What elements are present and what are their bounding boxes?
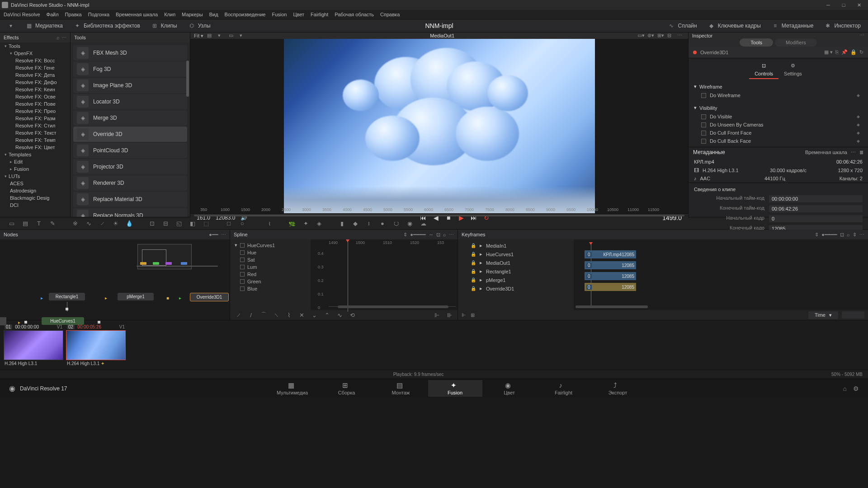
tool-row[interactable]: ◈Merge 3D <box>73 110 187 126</box>
tool-row[interactable]: ◈Replace Normals 3D <box>73 208 187 217</box>
ft-tracker-icon[interactable]: ※ <box>71 219 80 227</box>
keyframe-diamond[interactable]: ◆ <box>857 122 860 127</box>
settings-gear-icon[interactable]: ⚙ <box>853 385 859 392</box>
view-layout-icon[interactable]: ▾ <box>218 33 225 39</box>
sf-9[interactable]: ∿ <box>335 311 344 319</box>
kf-expand-icon[interactable]: ⇕ <box>815 232 819 238</box>
clip-info-value[interactable]: 00:00:00:00 <box>769 195 863 202</box>
tree-item[interactable]: ▾Tools <box>0 42 70 50</box>
keyframe-bar[interactable]: 012085 <box>585 261 636 269</box>
menu-file[interactable]: Файл <box>47 12 59 17</box>
ft-light-icon[interactable]: ☀ <box>111 219 120 227</box>
keyframe-bar[interactable]: 0КРЛ.mp412085 <box>585 250 636 258</box>
lock-icon[interactable]: 🔒 <box>850 49 857 55</box>
menu-icon[interactable]: ⋯ <box>61 35 66 41</box>
keyframe-bar[interactable]: 012085 <box>585 283 636 291</box>
view-grid-icon[interactable]: ⊞▾ <box>657 33 665 39</box>
sf-4[interactable]: ⟍ <box>272 311 281 319</box>
ft-spline-icon[interactable]: ∿ <box>84 219 93 227</box>
section-visibility[interactable]: ▾Visibility <box>689 103 868 113</box>
view-split-icon[interactable]: ⊟ <box>667 33 675 39</box>
tree-item[interactable]: Resolve FX: Прео <box>0 108 70 115</box>
keyframe-diamond[interactable]: ◆ <box>857 139 860 143</box>
spline-more-icon[interactable]: ⋯ <box>449 232 454 238</box>
keyframe-item[interactable]: 🔒▸HueCurves1 <box>460 250 572 258</box>
home-icon[interactable]: ⌂ <box>843 385 847 392</box>
tree-item[interactable]: Resolve FX: Дета <box>0 71 70 79</box>
node-stub[interactable] <box>0 317 6 325</box>
menu-edit[interactable]: Правка <box>65 12 82 17</box>
metadata-button[interactable]: ≡Метаданные <box>769 21 816 31</box>
tree-item[interactable]: Resolve FX: Пове <box>0 100 70 108</box>
menu-clip[interactable]: Клип <box>164 12 175 17</box>
spline-zoom-icon[interactable]: ⌕ <box>443 232 446 238</box>
clip-info-value[interactable]: 00:06:42:26 <box>769 205 863 212</box>
tree-item[interactable]: Resolve FX: Стил <box>0 122 70 129</box>
node-rectangle[interactable]: Rectangle1 <box>49 293 85 300</box>
ft-blur-icon[interactable]: 💧 <box>125 219 134 227</box>
dropdown-button[interactable]: ▾ <box>5 21 17 31</box>
keyframe-item[interactable]: 🔒▸pMerge1 <box>460 276 572 284</box>
view-b-icon[interactable]: ▭ <box>229 33 236 39</box>
spline-channel[interactable]: Hue <box>232 249 309 256</box>
sf-8[interactable]: ⌃ <box>322 311 331 319</box>
lock-icon[interactable]: 🔒 <box>471 252 476 257</box>
keyframe-item[interactable]: 🔒▸Rectangle1 <box>460 267 572 276</box>
keyframe-item[interactable]: 🔒▸Override3D1 <box>460 284 572 293</box>
color-chip-icon[interactable]: ▦ ▾ <box>824 49 833 55</box>
maximize-button[interactable]: □ <box>836 1 851 9</box>
node-huecurves[interactable]: HueCurves1 <box>42 317 84 325</box>
node-pmerge[interactable]: pMerge1 <box>118 293 154 300</box>
keyframe-item[interactable]: 🔒▸MediaIn1 <box>460 241 572 250</box>
tool-row[interactable]: ◈Renderer 3D <box>73 175 187 191</box>
page-fusion[interactable]: ✦Fusion <box>428 380 482 397</box>
tree-item[interactable]: ▾OpenFX <box>0 50 70 57</box>
spline-zoom-slider[interactable]: ●━━━━ <box>410 232 426 238</box>
spline-expand-icon[interactable]: ⇕ <box>403 232 407 238</box>
kf-fitv-icon[interactable]: ⇕ <box>853 232 857 238</box>
keyframe-bar[interactable]: 012085 <box>585 272 636 280</box>
lock-icon[interactable]: 🔒 <box>471 269 476 274</box>
sf-10[interactable]: ⟲ <box>348 311 357 319</box>
clips-button[interactable]: ⊞Клипы <box>148 21 180 31</box>
close-button[interactable]: ✕ <box>852 1 866 9</box>
tree-item[interactable]: ▸Edit <box>0 158 70 165</box>
tree-item[interactable]: Resolve FX: Текст <box>0 129 70 136</box>
sf-7[interactable]: ⌄ <box>310 311 319 319</box>
tab-modifiers[interactable]: Modifiers <box>775 38 817 47</box>
menu-trim[interactable]: Подгонка <box>88 12 109 17</box>
ft-comp2-icon[interactable]: ⊟ <box>161 219 170 227</box>
spline-channel[interactable]: Green <box>232 278 309 285</box>
menu-markers[interactable]: Маркеры <box>182 12 203 17</box>
keyframe-item[interactable]: 🔒▸MediaOut1 <box>460 258 572 267</box>
media-button[interactable]: ▦Медиатека <box>23 21 66 31</box>
page-мультимедиа[interactable]: ▦Мультимедиа <box>265 380 320 397</box>
keyframe-diamond[interactable]: ◆ <box>857 131 860 135</box>
viewer-canvas[interactable] <box>190 39 688 213</box>
page-монтаж[interactable]: ▤Монтаж <box>374 380 428 397</box>
inspector-more-icon[interactable]: ⋯ <box>859 33 864 38</box>
menu-timeline[interactable]: Временная шкала <box>116 12 158 17</box>
spline-channel[interactable]: Lum <box>232 263 309 271</box>
kf-scroll-h[interactable] <box>576 305 648 308</box>
spline-channel[interactable]: Blue <box>232 285 309 292</box>
scrollbar[interactable] <box>186 61 189 97</box>
tree-item[interactable]: Resolve FX: Разм <box>0 115 70 122</box>
ft-rect-icon[interactable]: ▭ <box>7 219 16 227</box>
ft-comp3-icon[interactable]: ◱ <box>175 219 184 227</box>
lock-icon[interactable]: 🔒 <box>471 243 476 248</box>
minimize-button[interactable]: ─ <box>821 1 835 9</box>
kff-2[interactable]: ⊞ <box>471 312 475 318</box>
sf-12[interactable]: ⊪ <box>445 311 454 319</box>
tool-row[interactable]: ◈FBX Mesh 3D <box>73 45 187 61</box>
meta-list-icon[interactable]: ≣ <box>859 150 863 155</box>
checkbox[interactable] <box>701 122 706 127</box>
tree-item[interactable]: Resolve FX: Цвет <box>0 144 70 151</box>
tree-item[interactable]: Resolve FX: Осве <box>0 93 70 100</box>
spline-scroll-h[interactable] <box>338 305 448 308</box>
node-override3d[interactable]: Override3D1 <box>190 293 229 301</box>
clip-info-value[interactable]: 0 <box>769 215 863 222</box>
menu-help[interactable]: Справка <box>380 12 400 17</box>
sf-11[interactable]: ⊩ <box>432 311 441 319</box>
menu-color[interactable]: Цвет <box>293 12 304 17</box>
